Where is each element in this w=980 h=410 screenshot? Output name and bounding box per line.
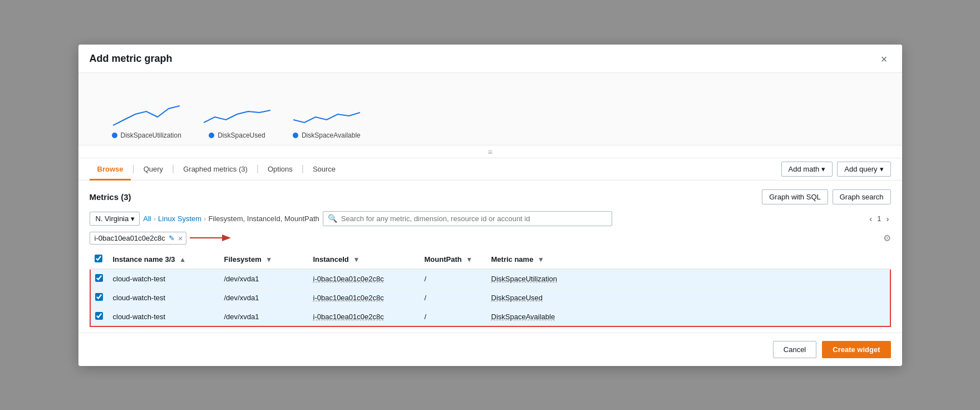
filter-tag-row: i-0bac10ea01c0e2c8c ✎ × xyxy=(90,232,891,245)
row-checkbox-cell xyxy=(90,288,109,307)
row-metricname: DiskSpaceAvailable xyxy=(487,307,890,326)
tab-sep-2: | xyxy=(172,164,174,174)
mini-graph-1: DiskSpaceUtilization xyxy=(112,89,181,139)
modal-title: Add metric graph xyxy=(90,53,173,65)
search-input[interactable] xyxy=(323,211,612,226)
row-instance-name: cloud-watch-test xyxy=(109,269,220,289)
filter-tag-close-icon[interactable]: × xyxy=(178,234,183,242)
table-body: cloud-watch-test/dev/xvda1i-0bac10ea01c0… xyxy=(90,269,890,326)
legend-3: DiskSpaceAvailable xyxy=(293,131,361,139)
pagination: ‹ 1 › xyxy=(868,214,890,223)
th-filesystem-label: Filesystem xyxy=(224,255,262,263)
page-prev-button[interactable]: ‹ xyxy=(868,214,874,223)
breadcrumb-sep-1: › xyxy=(154,214,156,223)
close-button[interactable]: × xyxy=(878,52,891,66)
row-instance-name: cloud-watch-test xyxy=(109,307,220,326)
row-filesystem: /dev/xvda1 xyxy=(220,269,309,289)
row-filesystem: /dev/xvda1 xyxy=(220,288,309,307)
table-row: cloud-watch-test/dev/xvda1i-0bac10ea01c0… xyxy=(90,288,890,307)
breadcrumb-nav: All › Linux System › Filesystem, Instanc… xyxy=(143,214,319,223)
graph-canvas-area: DiskSpaceUtilization DiskSpaceUsed xyxy=(90,89,891,139)
add-math-button[interactable]: Add math ▾ xyxy=(781,162,833,177)
select-all-checkbox[interactable] xyxy=(95,255,102,262)
filter-bar: N. Virginia ▾ All › Linux System › Files… xyxy=(90,211,891,226)
filter-tag-edit-icon[interactable]: ✎ xyxy=(169,234,175,242)
legend-label-2: DiskSpaceUsed xyxy=(218,131,265,139)
legend-label-1: DiskSpaceUtilization xyxy=(121,131,181,139)
mini-graph-3: DiskSpaceAvailable xyxy=(293,89,361,139)
breadcrumb-all[interactable]: All xyxy=(143,214,151,223)
table-settings-button[interactable]: ⚙ xyxy=(883,233,891,243)
page-next-button[interactable]: › xyxy=(885,214,891,223)
add-query-label: Add query xyxy=(844,165,877,173)
tab-options[interactable]: Options xyxy=(260,158,301,180)
add-math-chevron-icon: ▾ xyxy=(821,165,825,173)
filter-tag: i-0bac10ea01c0e2c8c ✎ × xyxy=(90,232,187,245)
page-number: 1 xyxy=(877,214,881,223)
th-mountpath-label: MountPath xyxy=(425,255,462,263)
add-query-chevron-icon: ▾ xyxy=(880,165,884,173)
tab-query[interactable]: Query xyxy=(136,158,171,180)
metrics-table: Instance name 3/3 ▲ Filesystem ▼ Instanc… xyxy=(90,250,891,327)
graph-with-sql-button[interactable]: Graph with SQL xyxy=(762,189,828,204)
cancel-button[interactable]: Cancel xyxy=(773,341,816,358)
search-icon: 🔍 xyxy=(328,214,337,223)
tab-sep-3: | xyxy=(257,164,259,174)
th-instanceid-label: InstanceId xyxy=(313,255,349,263)
sort-instanceid-button[interactable]: ▼ xyxy=(351,256,360,263)
tab-graphed-metrics[interactable]: Graphed metrics (3) xyxy=(175,158,255,180)
filter-tag-value: i-0bac10ea01c0e2c8c xyxy=(95,234,165,242)
content-area: Metrics (3) Graph with SQL Graph search … xyxy=(78,180,902,333)
row-checkbox-cell xyxy=(90,307,109,326)
th-metricname-label: Metric name xyxy=(491,255,534,263)
tab-browse[interactable]: Browse xyxy=(90,158,131,180)
row-mountpath: / xyxy=(420,288,487,307)
region-selector[interactable]: N. Virginia ▾ xyxy=(90,212,140,226)
legend-dot-3 xyxy=(293,133,298,138)
row-checkbox[interactable] xyxy=(95,293,103,301)
table-row: cloud-watch-test/dev/xvda1i-0bac10ea01c0… xyxy=(90,269,890,289)
row-checkbox[interactable] xyxy=(95,274,103,282)
th-instance-label: Instance name 3/3 xyxy=(113,255,175,263)
row-checkbox-cell xyxy=(90,269,109,289)
row-checkbox[interactable] xyxy=(95,312,103,320)
arrow-annotation-container xyxy=(190,232,234,243)
create-widget-button[interactable]: Create widget xyxy=(822,341,890,358)
legend-dot-1 xyxy=(112,133,117,138)
search-wrap: 🔍 xyxy=(323,211,612,226)
row-filesystem: /dev/xvda1 xyxy=(220,307,309,326)
row-instance-name: cloud-watch-test xyxy=(109,288,220,307)
graph-preview-area: DiskSpaceUtilization DiskSpaceUsed xyxy=(78,73,902,145)
tab-sep-1: | xyxy=(132,164,134,174)
sort-instance-button[interactable]: ▲ xyxy=(177,256,186,263)
legend-dot-2 xyxy=(209,133,214,138)
row-instanceid: i-0bac10ea01c0e2c8c xyxy=(309,307,420,326)
row-mountpath: / xyxy=(420,269,487,289)
tabs-right-buttons: Add math ▾ Add query ▾ xyxy=(781,162,891,177)
sort-filesystem-button[interactable]: ▼ xyxy=(263,256,272,263)
mini-graph-2: DiskSpaceUsed xyxy=(204,89,270,139)
graph-search-button[interactable]: Graph search xyxy=(833,189,891,204)
metrics-header: Metrics (3) Graph with SQL Graph search xyxy=(90,189,891,204)
modal-overlay: Add metric graph × DiskSpaceUtilization xyxy=(0,0,980,410)
row-instanceid: i-0bac10ea01c0e2c8c xyxy=(309,269,420,289)
breadcrumb-namespace[interactable]: Linux System xyxy=(158,214,201,223)
arrow-line xyxy=(190,232,234,243)
tab-source[interactable]: Source xyxy=(305,158,343,180)
sort-metricname-button[interactable]: ▼ xyxy=(535,256,544,263)
metrics-action-buttons: Graph with SQL Graph search xyxy=(762,189,890,204)
region-label: N. Virginia xyxy=(96,214,129,223)
legend-label-3: DiskSpaceAvailable xyxy=(302,131,361,139)
sort-mountpath-button[interactable]: ▼ xyxy=(464,256,472,263)
row-metricname: DiskSpaceUsed xyxy=(487,288,890,307)
add-math-label: Add math xyxy=(789,165,820,173)
modal-footer: Cancel Create widget xyxy=(78,333,902,366)
th-filesystem: Filesystem ▼ xyxy=(220,250,309,269)
modal-header: Add metric graph × xyxy=(78,45,902,73)
resize-handle[interactable]: ≡ xyxy=(78,145,902,158)
modal: Add metric graph × DiskSpaceUtilization xyxy=(78,45,902,366)
legend-2: DiskSpaceUsed xyxy=(209,131,265,139)
th-instance-name: Instance name 3/3 ▲ xyxy=(109,250,220,269)
add-query-button[interactable]: Add query ▾ xyxy=(837,162,890,177)
row-metricname: DiskSpaceUtilization xyxy=(487,269,890,289)
